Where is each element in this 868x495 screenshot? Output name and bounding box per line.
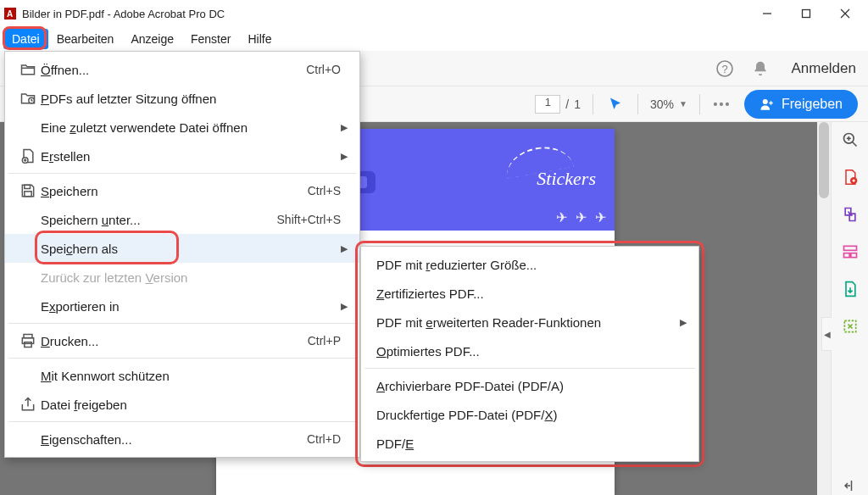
menu-item[interactable]: Speichern unter...Shift+Ctrl+S bbox=[5, 205, 359, 234]
compress-icon[interactable] bbox=[841, 317, 860, 336]
cursor-icon[interactable] bbox=[605, 94, 626, 114]
zoom-control[interactable]: 30% ▼ bbox=[650, 97, 687, 111]
submenu-item-label: PDF mit erweiterten Reader-Funktionen bbox=[376, 315, 680, 330]
menu-hilfe[interactable]: Hilfe bbox=[239, 29, 280, 49]
page-total: 1 bbox=[574, 97, 581, 111]
stickers-text: Stickers bbox=[537, 168, 596, 190]
menu-item-label: Datei freigeben bbox=[41, 398, 341, 412]
rail-collapse-chevron[interactable]: ◀ bbox=[821, 317, 832, 351]
menu-item-label: Drucken... bbox=[41, 334, 299, 348]
svg-rect-16 bbox=[850, 253, 856, 258]
menu-item[interactable]: Exportieren in▶ bbox=[5, 292, 359, 320]
menu-item-shortcut: Ctrl+P bbox=[308, 334, 341, 348]
window-controls bbox=[748, 0, 865, 27]
app-icon: A bbox=[3, 7, 17, 20]
toolbar-separator bbox=[699, 94, 700, 114]
signin-link[interactable]: Anmelden bbox=[791, 60, 856, 77]
vertical-scrollbar[interactable] bbox=[817, 122, 831, 495]
svg-point-8 bbox=[763, 99, 768, 104]
menu-item[interactable]: Speichern als▶ bbox=[5, 234, 359, 263]
bell-icon[interactable] bbox=[750, 58, 771, 79]
menu-item[interactable]: Mit Kennwort schützen bbox=[5, 361, 359, 390]
menu-item[interactable]: Öffnen...Ctrl+O bbox=[5, 55, 359, 84]
submenu-item-label: PDF/E bbox=[376, 437, 680, 451]
svg-rect-25 bbox=[25, 342, 31, 348]
menu-item[interactable]: Eine zuletzt verwendete Datei öffnen▶ bbox=[5, 113, 359, 142]
menu-item-label: Eigenschaften... bbox=[41, 432, 298, 447]
plane-icon: ✈ bbox=[576, 209, 587, 225]
page-indicator: 1 / 1 bbox=[535, 95, 581, 114]
submenu-chevron-icon: ▶ bbox=[341, 243, 349, 254]
minimize-button[interactable] bbox=[748, 0, 787, 27]
help-icon[interactable]: ? bbox=[715, 58, 735, 79]
combine-icon[interactable] bbox=[841, 205, 860, 224]
toolbar-separator bbox=[593, 94, 593, 114]
svg-text:?: ? bbox=[722, 63, 728, 75]
zoom-value: 30% bbox=[650, 97, 674, 111]
save-icon bbox=[15, 182, 41, 199]
menu-item-label: Zurück zur letzten Version bbox=[41, 270, 341, 285]
submenu-chevron-icon: ▶ bbox=[680, 317, 688, 328]
submenu-item[interactable]: Druckfertige PDF-Datei (PDF/X) bbox=[361, 400, 698, 429]
svg-rect-14 bbox=[843, 246, 856, 250]
menu-fenster[interactable]: Fenster bbox=[182, 29, 239, 49]
plane-icon: ✈ bbox=[595, 209, 606, 225]
create-pdf-icon[interactable] bbox=[841, 168, 860, 186]
close-button[interactable] bbox=[826, 0, 865, 27]
svg-rect-22 bbox=[25, 192, 31, 197]
menu-item-shortcut: Ctrl+S bbox=[308, 184, 341, 197]
svg-rect-21 bbox=[25, 185, 31, 188]
person-plus-icon bbox=[760, 97, 775, 112]
plane-icon: ✈ bbox=[556, 209, 567, 225]
page-separator: / bbox=[565, 97, 569, 111]
titlebar: A Bilder in PDF.pdf - Adobe Acrobat Pro … bbox=[0, 0, 868, 27]
menu-item-label: Mit Kennwort schützen bbox=[41, 369, 341, 383]
menu-item-shortcut: Ctrl+D bbox=[307, 432, 341, 446]
menu-bearbeiten[interactable]: Bearbeiten bbox=[48, 29, 123, 49]
menu-item-label: Speichern als bbox=[41, 242, 341, 256]
menu-item-label: Exportieren in bbox=[41, 299, 341, 314]
menu-item-shortcut: Shift+Ctrl+S bbox=[277, 213, 341, 226]
menu-item[interactable]: PDFs auf letzter Sitzung öffnen bbox=[5, 84, 359, 113]
menu-anzeige[interactable]: Anzeige bbox=[122, 29, 182, 49]
submenu-item[interactable]: PDF/E bbox=[361, 429, 698, 458]
svg-rect-3 bbox=[803, 10, 810, 18]
share-button-label: Freigeben bbox=[782, 97, 843, 112]
svg-line-10 bbox=[852, 142, 856, 147]
menu-item: Zurück zur letzten Version bbox=[5, 263, 359, 292]
print-icon bbox=[15, 332, 41, 349]
rail-expand-icon[interactable] bbox=[841, 476, 860, 495]
maximize-button[interactable] bbox=[787, 0, 826, 27]
menu-item-label: Speichern bbox=[41, 184, 299, 198]
submenu-item[interactable]: PDF mit erweiterten Reader-Funktionen▶ bbox=[361, 308, 698, 336]
submenu-item[interactable]: Archivierbare PDF-Datei (PDF/A) bbox=[361, 371, 698, 400]
speichern-als-submenu: PDF mit reduzierter Größe...Zertifiziert… bbox=[360, 246, 699, 462]
submenu-item[interactable]: Zertifiziertes PDF... bbox=[361, 279, 698, 308]
datei-dropdown: Öffnen...Ctrl+OPDFs auf letzter Sitzung … bbox=[4, 51, 360, 458]
menu-item-shortcut: Ctrl+O bbox=[306, 63, 341, 76]
menu-item-label: Speichern unter... bbox=[41, 213, 269, 227]
menu-datei[interactable]: Datei bbox=[3, 29, 48, 49]
export-pdf-icon[interactable] bbox=[841, 280, 860, 298]
scrollbar-thumb[interactable] bbox=[819, 122, 829, 198]
zoom-tool-icon[interactable] bbox=[841, 131, 860, 149]
menu-item[interactable]: Eigenschaften...Ctrl+D bbox=[5, 425, 359, 453]
chevron-down-icon: ▼ bbox=[679, 99, 687, 108]
submenu-item[interactable]: Optimiertes PDF... bbox=[361, 336, 698, 365]
more-icon[interactable]: ••• bbox=[712, 94, 732, 114]
menu-item[interactable]: Erstellen▶ bbox=[5, 142, 359, 170]
menu-item[interactable]: SpeichernCtrl+S bbox=[5, 176, 359, 205]
organize-icon[interactable] bbox=[841, 242, 860, 261]
menu-item-label: Öffnen... bbox=[41, 63, 298, 77]
share-icon bbox=[15, 396, 41, 413]
menu-item[interactable]: Datei freigeben bbox=[5, 390, 359, 419]
menu-item-label: PDFs auf letzter Sitzung öffnen bbox=[41, 92, 341, 106]
submenu-item[interactable]: PDF mit reduzierter Größe... bbox=[361, 250, 698, 279]
folder-open-icon bbox=[15, 61, 41, 78]
share-button[interactable]: Freigeben bbox=[744, 90, 858, 119]
submenu-chevron-icon: ▶ bbox=[341, 301, 349, 312]
submenu-item-label: PDF mit reduzierter Größe... bbox=[376, 258, 680, 272]
menu-item-label: Erstellen bbox=[41, 149, 341, 164]
page-current-input[interactable]: 1 bbox=[535, 95, 560, 114]
menu-item[interactable]: Drucken...Ctrl+P bbox=[5, 326, 359, 355]
